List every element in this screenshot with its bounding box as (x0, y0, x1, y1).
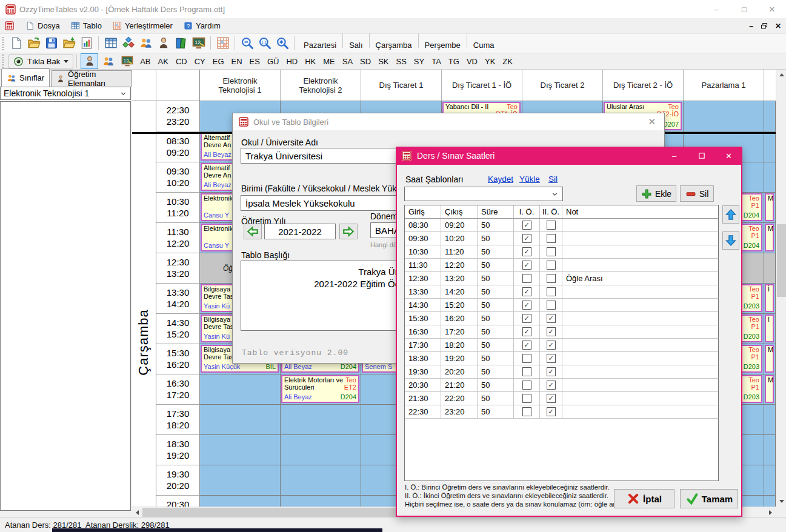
hours-row[interactable]: 14:3015:2050✓ (405, 299, 718, 312)
template-save-link[interactable]: Kaydet (488, 175, 513, 184)
code-HD[interactable]: HD (286, 57, 298, 66)
hours-row[interactable]: 10:3011:2050✓ (405, 245, 718, 259)
hours-row[interactable]: 15:3016:2050✓✓ (405, 312, 718, 325)
cikis-cell[interactable]: 19:20 (441, 352, 478, 365)
cikis-cell[interactable]: 22:20 (441, 392, 478, 405)
sure-cell[interactable]: 50 (478, 299, 514, 311)
giris-cell[interactable]: 10:30 (405, 245, 441, 258)
code-AB[interactable]: AB (140, 57, 150, 66)
first-edu-checkbox[interactable]: ✓ (522, 261, 531, 270)
first-edu-checkbox[interactable] (522, 407, 531, 416)
classes-button[interactable] (138, 35, 154, 51)
timetable-cell-partial[interactable] (764, 132, 776, 162)
timetable-cell-partial[interactable] (764, 496, 776, 507)
giris-cell[interactable]: 13:30 (405, 285, 441, 298)
timetable-cell-partial[interactable]: İ (764, 314, 776, 344)
second-edu-checkbox[interactable] (547, 287, 556, 296)
day-button-çarşamba[interactable]: Çarşamba (370, 38, 418, 53)
first-edu-checkbox[interactable]: ✓ (522, 327, 531, 336)
tab-siniflar[interactable]: Sınıflar (1, 68, 50, 87)
blackboard-view-toggle[interactable]: 12 (118, 53, 136, 69)
code-SS[interactable]: SS (396, 57, 407, 66)
vertical-scroll-thumb[interactable] (777, 224, 786, 297)
timetable-cell-empty[interactable] (684, 101, 764, 132)
dialog1-close-button[interactable]: ✕ (648, 116, 656, 127)
placements-button[interactable] (120, 35, 136, 51)
class-select[interactable]: Elektronik Teknolojisi 1 (0, 87, 131, 100)
timetable-cell-partial[interactable]: M (764, 193, 776, 223)
first-edu-checkbox[interactable]: ✓ (522, 287, 531, 296)
giris-cell[interactable]: 17:30 (405, 339, 441, 351)
sure-cell[interactable]: 50 (478, 405, 514, 418)
template-select[interactable] (404, 187, 563, 201)
first-edu-checkbox[interactable] (522, 394, 531, 403)
sure-cell[interactable]: 50 (478, 232, 514, 245)
sure-cell[interactable]: 50 (478, 272, 514, 285)
giris-cell[interactable]: 18:30 (405, 352, 441, 365)
second-edu-checkbox[interactable] (547, 274, 556, 283)
menu-yerleştirmeler[interactable]: Yerleştirmeler (107, 19, 178, 33)
hours-row[interactable]: 11:3012:2050✓ (405, 259, 718, 272)
open-folder-button[interactable] (25, 35, 42, 51)
scroll-right-button[interactable] (765, 507, 776, 517)
cikis-cell[interactable]: 21:20 (441, 379, 478, 391)
cikis-cell[interactable]: 17:20 (441, 325, 478, 338)
code-HK[interactable]: HK (305, 57, 316, 66)
timetable-cell-empty[interactable] (281, 465, 361, 496)
hours-row[interactable]: 19:3020:2050✓ (405, 365, 718, 379)
cikis-cell[interactable]: 15:20 (441, 299, 478, 311)
scroll-left-button[interactable] (132, 507, 142, 517)
scroll-up-button[interactable] (776, 70, 786, 80)
timetable-cell-partial[interactable]: M (764, 374, 776, 405)
code-YK[interactable]: YK (485, 57, 495, 66)
books-button[interactable] (173, 35, 189, 51)
dialog2-minimize-button[interactable]: – (661, 147, 688, 165)
hours-row[interactable]: 21:3022:2050✓ (405, 392, 718, 405)
first-edu-checkbox[interactable] (522, 274, 531, 283)
hours-row[interactable]: 18:3019:2050✓ (405, 352, 718, 365)
first-edu-checkbox[interactable]: ✓ (522, 341, 531, 350)
mdi-restore-icon[interactable] (761, 22, 768, 30)
day-button-perşembe[interactable]: Perşembe (419, 38, 467, 53)
sure-cell[interactable]: 50 (478, 352, 514, 365)
cikis-cell[interactable]: 11:20 (441, 245, 478, 258)
not-cell[interactable] (562, 245, 718, 258)
ekle-button[interactable]: Ekle (636, 185, 676, 202)
timetable-cell-partial[interactable]: M (764, 223, 776, 253)
second-edu-checkbox[interactable]: ✓ (547, 367, 556, 376)
hours-row[interactable]: 17:3018:2050✓✓ (405, 339, 718, 352)
timetable-cell[interactable]: Elektrik Motorları veTeoSürücüleriET2Ali… (281, 374, 361, 405)
lesson-block[interactable]: Elektrik Motorları veTeoSürücüleriET2Ali… (281, 375, 359, 403)
code-SK[interactable]: SK (378, 57, 388, 66)
first-edu-checkbox[interactable] (522, 367, 531, 376)
timetable-cell-empty[interactable] (281, 496, 361, 507)
timetable-cell-partial[interactable] (764, 162, 776, 193)
move-down-button[interactable] (722, 231, 739, 250)
not-cell[interactable] (562, 379, 718, 391)
tamam-button[interactable]: Tamam (680, 489, 738, 508)
giris-cell[interactable]: 16:30 (405, 325, 441, 338)
class-list[interactable] (0, 101, 131, 511)
sure-cell[interactable]: 50 (478, 245, 514, 258)
teacher-button[interactable] (155, 35, 172, 51)
not-cell[interactable] (562, 232, 718, 245)
cikis-cell[interactable]: 10:20 (441, 232, 478, 245)
sil-button[interactable]: Sil (680, 185, 714, 202)
mdi-close-button[interactable]: ✕ (775, 22, 781, 30)
vertical-scrollbar[interactable] (776, 70, 786, 507)
not-cell[interactable] (562, 325, 718, 338)
sure-cell[interactable]: 50 (478, 339, 514, 351)
first-edu-checkbox[interactable] (522, 381, 531, 390)
timetable-cell-partial[interactable] (764, 465, 776, 496)
first-edu-checkbox[interactable]: ✓ (522, 301, 531, 310)
hours-row[interactable]: 20:3021:2050✓ (405, 379, 718, 392)
dialog2-close-button[interactable]: ✕ (715, 147, 742, 165)
code-EN[interactable]: EN (231, 57, 242, 66)
cikis-cell[interactable]: 16:20 (441, 312, 478, 325)
not-cell[interactable] (562, 219, 718, 231)
code-GÜ[interactable]: GÜ (267, 57, 279, 66)
day-button-pazartesi[interactable]: Pazartesi (298, 38, 342, 53)
giris-cell[interactable]: 11:30 (405, 259, 441, 271)
hours-row[interactable]: 09:3010:2050✓ (405, 232, 718, 245)
menu-yardım[interactable]: ?Yardım (178, 19, 226, 33)
